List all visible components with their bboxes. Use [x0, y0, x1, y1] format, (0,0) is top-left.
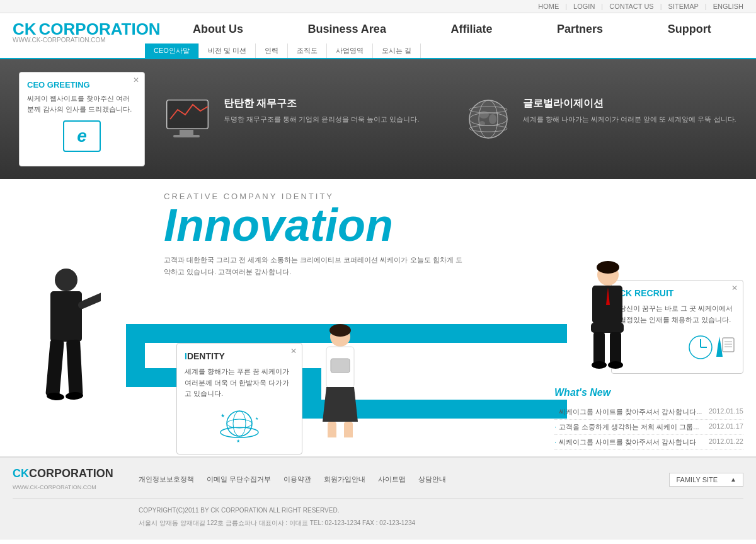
top-link-english[interactable]: ENGLISH — [713, 3, 743, 10]
news-text-2: 고객을 소중하게 생각하는 저희 씨케이 그룹... — [559, 423, 699, 431]
finance-desc: 투명한 재무구조를 통해 기업의 윤리성을 더욱 높이고 있습니다. — [224, 114, 419, 125]
svg-rect-3 — [173, 135, 200, 137]
globe-icon — [463, 97, 513, 141]
svg-point-39 — [233, 411, 246, 436]
svg-rect-24 — [331, 359, 350, 373]
svg-rect-17 — [66, 339, 83, 396]
ceo-icon: e — [27, 120, 137, 152]
logo[interactable]: CKCORPORATION WWW.CK-CORPORATION.COM — [13, 20, 161, 43]
footer-link-signup[interactable]: 회원가입안내 — [324, 475, 365, 484]
innovation-area: CREATIVE COMPANY IDENTITY Innovation 고객과… — [164, 192, 466, 277]
email-icon: e — [63, 120, 101, 152]
dark-banner: ✕ CEO GREETING 씨케이 웹사이트를 찾아주신 여러분께 감사의 인… — [0, 59, 756, 179]
nav-affiliate[interactable]: Affiliate — [450, 23, 492, 36]
ceo-text: 씨케이 웹사이트를 찾아주신 여러분께 감사의 인사를 드리겠습니다. — [27, 93, 137, 114]
svg-rect-34 — [593, 332, 605, 364]
banner-finance: 탄탄한 재무구조 투명한 재무구조를 통해 기업의 윤리성을 더욱 높이고 있습… — [164, 97, 438, 141]
footer-link-email[interactable]: 이메일 무단수집거부 — [207, 475, 271, 484]
person-left — [32, 261, 113, 437]
copyright: COPYRIGHT(C)2011 BY CK CORPORATION ALL R… — [139, 505, 743, 516]
news-text-1: 씨케이그룹 사이트를 찾아주셔서 감사합니다... — [559, 408, 702, 415]
sub-nav-org[interactable]: 조직도 — [288, 43, 327, 58]
news-text-3: 씨케이그룹 사이트를 찾아주셔서 감사합니다 — [559, 438, 696, 446]
ceo-title: CEO GREETING — [27, 80, 137, 90]
top-link-contact[interactable]: CONTACT US — [609, 3, 662, 10]
svg-marker-49 — [716, 347, 723, 357]
family-site-dropdown[interactable]: FAMILY SITE ▲ — [669, 473, 743, 487]
top-bar: HOME LOGIN CONTACT US SITEMAP ENGLISH — [0, 0, 756, 13]
svg-rect-2 — [180, 130, 193, 135]
banner-finance-text: 탄탄한 재무구조 투명한 재무구조를 통해 기업의 윤리성을 더욱 높이고 있습… — [224, 97, 419, 125]
nav-support[interactable]: Support — [668, 23, 711, 36]
logo-ck: CKCORPORATION — [13, 20, 161, 38]
globe-identity-icon: ★ ★ ★ — [185, 406, 294, 446]
svg-point-30 — [597, 261, 619, 274]
main-content: CREATIVE COMPANY IDENTITY Innovation 고객과… — [0, 179, 756, 456]
svg-text:★: ★ — [236, 439, 240, 443]
svg-rect-26 — [344, 422, 353, 437]
top-link-login[interactable]: LOGIN — [573, 3, 603, 10]
svg-point-21 — [329, 324, 351, 337]
svg-point-10 — [479, 111, 489, 119]
footer-top: CKCORPORATION WWW.CK-CORPORATION.COM 개인정… — [13, 467, 743, 499]
svg-point-38 — [227, 411, 252, 436]
svg-point-12 — [479, 121, 485, 126]
footer-links: 개인정보보호정책 이메일 무단수집거부 이용약관 회원가입안내 사이트맵 상담안… — [139, 475, 669, 484]
person-center — [309, 324, 384, 437]
footer-logo-url: WWW.CK-CORPORATION.COM — [13, 484, 96, 490]
sub-nav-people[interactable]: 인력 — [256, 43, 288, 58]
whats-new: What's New ·씨케이그룹 사이트를 찾아주셔서 감사합니다... 20… — [554, 387, 743, 450]
sub-nav-vision[interactable]: 비전 및 미션 — [199, 43, 256, 58]
whats-new-title: What's New — [554, 387, 743, 398]
global-desc: 세계를 향해 나아가는 씨케이가 여러분 앞에 또 세계앞에 우뚝 섭니다. — [523, 114, 736, 125]
news-date-3: 2012.01.22 — [709, 437, 743, 447]
identity-text: 세계를 향해가는 푸른 꿈 씨케이가 여러분께 더욱 더 한발자욱 다가가고 있… — [185, 366, 294, 400]
svg-rect-35 — [610, 332, 621, 364]
footer-link-terms[interactable]: 이용약관 — [284, 475, 311, 484]
news-item-2[interactable]: ·고객을 소중하게 생각하는 저희 씨케이 그룹... 2012.01.17 — [554, 420, 743, 435]
footer-bottom: COPYRIGHT(C)2011 BY CK CORPORATION ALL R… — [13, 505, 743, 529]
footer-logo-ck: CKCORPORATION — [13, 467, 113, 480]
banner-content: 탄탄한 재무구조 투명한 재무구조를 통해 기업의 윤리성을 더욱 높이고 있습… — [164, 97, 737, 141]
sub-nav: CEO인사말 비전 및 미션 인력 조직도 사업영역 오시는 길 — [0, 43, 756, 59]
sub-nav-directions[interactable]: 오시는 길 — [373, 43, 421, 58]
svg-rect-33 — [591, 323, 624, 333]
svg-point-11 — [489, 114, 496, 124]
ceo-card: ✕ CEO GREETING 씨케이 웹사이트를 찾아주신 여러분께 감사의 인… — [19, 72, 145, 166]
svg-point-36 — [592, 361, 607, 369]
ceo-card-close[interactable]: ✕ — [133, 76, 139, 84]
sub-nav-business[interactable]: 사업영역 — [327, 43, 373, 58]
svg-rect-14 — [50, 291, 82, 342]
innovation-desc: 고객과 대한한국 그리고 전 세계와 소통하는 크리에이티브 코퍼레이션 씨케이… — [164, 254, 466, 277]
svg-marker-23 — [323, 387, 358, 422]
svg-marker-48 — [718, 337, 721, 347]
nav-about-us[interactable]: About Us — [193, 23, 243, 36]
header: CKCORPORATION WWW.CK-CORPORATION.COM Abo… — [0, 13, 756, 43]
svg-point-37 — [608, 361, 623, 369]
family-site-label: FAMILY SITE — [676, 476, 718, 483]
sub-nav-ceo[interactable]: CEO인사말 — [145, 43, 199, 58]
top-link-home[interactable]: HOME — [538, 3, 567, 10]
identity-card-close[interactable]: ✕ — [290, 347, 297, 356]
footer-link-consult[interactable]: 상담안내 — [418, 475, 446, 484]
news-item-1[interactable]: ·씨케이그룹 사이트를 찾아주셔서 감사합니다... 2012.01.15 — [554, 405, 743, 420]
top-link-sitemap[interactable]: SITEMAP — [668, 3, 707, 10]
svg-rect-25 — [328, 422, 336, 437]
svg-point-40 — [227, 419, 252, 428]
global-title: 글로벌라이제이션 — [523, 97, 736, 110]
recruit-card-close[interactable]: ✕ — [731, 284, 738, 292]
footer-logo: CKCORPORATION WWW.CK-CORPORATION.COM — [13, 467, 139, 492]
svg-text:★: ★ — [255, 417, 258, 420]
finance-title: 탄탄한 재무구조 — [224, 97, 419, 110]
nav-business-area[interactable]: Business Area — [308, 23, 386, 36]
svg-point-9 — [469, 100, 507, 138]
nav-partners[interactable]: Partners — [557, 23, 603, 36]
news-item-3[interactable]: ·씨케이그룹 사이트를 찾아주셔서 감사합니다 2012.01.22 — [554, 435, 743, 450]
innovation-title: Innovation — [164, 202, 466, 248]
banner-global: 글로벌라이제이션 세계를 향해 나아가는 씨케이가 여러분 앞에 또 세계앞에 … — [463, 97, 737, 141]
banner-global-text: 글로벌라이제이션 세계를 향해 나아가는 씨케이가 여러분 앞에 또 세계앞에 … — [523, 97, 736, 125]
main-nav: About Us Business Area Affiliate Partner… — [161, 23, 743, 41]
svg-rect-16 — [45, 339, 64, 397]
footer-link-sitemap[interactable]: 사이트맵 — [378, 475, 406, 484]
footer-link-privacy[interactable]: 개인정보보호정책 — [139, 475, 194, 484]
